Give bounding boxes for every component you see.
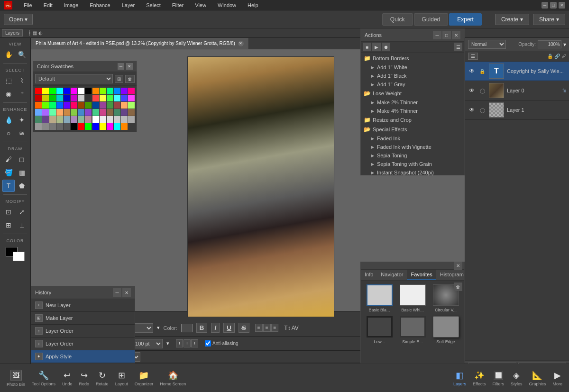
color-swatch[interactable] <box>35 88 42 94</box>
color-swatch[interactable] <box>42 116 49 123</box>
create-button[interactable]: Create ▾ <box>495 14 529 25</box>
tool-eyedropper[interactable]: 💧 <box>2 114 15 126</box>
action-item-sepia-grain[interactable]: ▶ Sepia Toning with Grain <box>361 160 464 168</box>
history-minimize-btn[interactable]: ─ <box>113 288 121 297</box>
tool-styles[interactable]: ◈ Styles <box>508 368 525 388</box>
swatches-dropdown-select[interactable]: Default <box>35 74 113 83</box>
color-swatch[interactable] <box>64 88 70 94</box>
color-swatch[interactable] <box>92 88 99 94</box>
color-swatch[interactable] <box>78 116 84 123</box>
tab-quick[interactable]: Quick <box>382 13 413 26</box>
color-swatch[interactable] <box>107 116 113 123</box>
swatches-delete-btn[interactable]: 🗑 <box>125 75 135 83</box>
color-swatch[interactable] <box>100 116 106 123</box>
color-swatch[interactable] <box>85 123 92 130</box>
action-item-faded-ink-vignette[interactable]: ▶ Faded Ink with Vignette <box>361 143 464 151</box>
actions-close-btn[interactable]: ✕ <box>452 31 460 39</box>
layer-vis-0[interactable]: 👁 <box>468 67 476 75</box>
color-swatch[interactable] <box>56 116 63 123</box>
color-swatch[interactable] <box>42 102 49 109</box>
menu-filter[interactable]: Filter <box>170 1 185 9</box>
color-swatch[interactable] <box>71 95 77 101</box>
color-swatch[interactable] <box>85 95 92 101</box>
tool-custom-shape[interactable]: ⬟ <box>16 180 28 192</box>
tool-home-screen[interactable]: 🏠 Home Screen <box>157 368 189 388</box>
tool-dodge[interactable]: ○ <box>2 127 15 139</box>
tool-eraser[interactable]: ◻ <box>16 153 28 165</box>
canvas-tab-close[interactable]: ✕ <box>238 41 244 46</box>
color-swatch[interactable] <box>49 102 56 109</box>
justify-center-btn[interactable]: ⫶ <box>184 339 191 347</box>
color-swatch[interactable] <box>100 109 106 116</box>
justify-left-btn[interactable]: ⫶ <box>176 339 183 347</box>
color-swatch[interactable] <box>71 88 77 94</box>
close-button[interactable]: ✕ <box>559 2 565 9</box>
tool-lasso[interactable]: ⌇ <box>16 74 28 87</box>
tool-crop[interactable]: ⊡ <box>2 206 15 218</box>
tool-layout[interactable]: ⊞ Layout <box>112 368 131 388</box>
menu-edit[interactable]: Edit <box>42 1 55 9</box>
tool-photo-bin[interactable]: 🖼 Photo Bin <box>4 368 28 389</box>
fav-item-5[interactable]: Soft Edge <box>431 316 460 344</box>
align-right-btn[interactable]: ≡ <box>271 324 279 332</box>
tool-transform[interactable]: ⤢ <box>16 206 28 218</box>
bold-button[interactable]: B <box>196 323 208 333</box>
color-swatch[interactable] <box>128 95 135 101</box>
color-swatch[interactable] <box>78 109 84 116</box>
tool-straighten[interactable]: ⟂ <box>16 219 28 231</box>
restore-button[interactable]: □ <box>550 2 557 9</box>
fav-item-0[interactable]: Basic Bla... <box>365 284 394 312</box>
actions-stop-btn[interactable]: ■ <box>363 43 371 51</box>
actions-expand-btn[interactable]: □ <box>442 31 451 39</box>
menu-file[interactable]: File <box>22 1 34 9</box>
layers-view-btn[interactable]: Layers <box>2 29 23 36</box>
color-swatch[interactable] <box>85 116 92 123</box>
action-group-header-2[interactable]: 📁 Resize and Crop <box>361 115 464 125</box>
color-swatch[interactable] <box>71 109 77 116</box>
action-item-instant-snapshot[interactable]: ▶ Instant Snapshot (240pi) <box>361 168 464 177</box>
color-swatch[interactable] <box>64 116 70 123</box>
color-swatch[interactable] <box>42 88 49 94</box>
color-swatch[interactable] <box>71 116 77 123</box>
color-swatch[interactable] <box>78 88 84 94</box>
action-group-header-0[interactable]: 📁 Bottom Borders <box>361 54 464 63</box>
color-swatch[interactable] <box>128 88 135 94</box>
menu-help[interactable]: Help <box>246 1 260 9</box>
history-item-0[interactable]: + New Layer <box>31 299 135 312</box>
menu-layer[interactable]: Layer <box>120 1 137 9</box>
color-swatch[interactable] <box>56 123 63 130</box>
tool-text[interactable]: T <box>2 180 15 192</box>
color-swatch[interactable] <box>114 116 120 123</box>
color-swatch[interactable] <box>128 102 135 109</box>
color-swatch[interactable] <box>107 102 113 109</box>
tool-paint-bucket[interactable]: 🪣 <box>2 166 15 179</box>
action-group-header-3[interactable]: 📂 Special Effects <box>361 125 464 134</box>
tool-more[interactable]: ▶ More <box>550 368 565 388</box>
color-swatch[interactable] <box>56 102 63 109</box>
color-swatch[interactable] <box>35 116 42 123</box>
menu-window[interactable]: Window <box>216 1 238 9</box>
color-swatch[interactable] <box>100 102 106 109</box>
color-swatch[interactable] <box>100 123 106 130</box>
color-swatch[interactable] <box>42 109 49 116</box>
fav-item-1[interactable]: Basic Whi... <box>398 284 427 312</box>
tool-layers[interactable]: ◧ Layers <box>450 368 469 388</box>
menu-select[interactable]: Select <box>144 1 163 9</box>
tool-filters[interactable]: 🔲 Filters <box>489 368 507 388</box>
color-swatch[interactable] <box>107 88 113 94</box>
color-swatch[interactable] <box>71 102 77 109</box>
color-swatch[interactable] <box>78 95 84 101</box>
align-left-btn[interactable]: ≡ <box>255 324 263 332</box>
color-swatch[interactable] <box>35 102 42 109</box>
tool-undo[interactable]: ↩ Undo <box>59 368 75 388</box>
layer-item-copyright[interactable]: 👁 🔒 T Copyright by Sally Wie... <box>465 62 569 81</box>
open-button[interactable]: Open ▾ <box>4 14 33 25</box>
color-swatch[interactable] <box>107 95 113 101</box>
share-button[interactable]: Share ▾ <box>533 14 565 25</box>
actions-play-btn[interactable]: ▶ <box>372 43 381 51</box>
fav-tab-navigator[interactable]: Navigator <box>377 270 407 280</box>
opacity-input[interactable] <box>538 40 561 48</box>
color-swatch[interactable] <box>71 123 77 130</box>
action-group-header-1[interactable]: 📂 Lose Weight <box>361 89 464 98</box>
color-swatch[interactable] <box>92 102 99 109</box>
